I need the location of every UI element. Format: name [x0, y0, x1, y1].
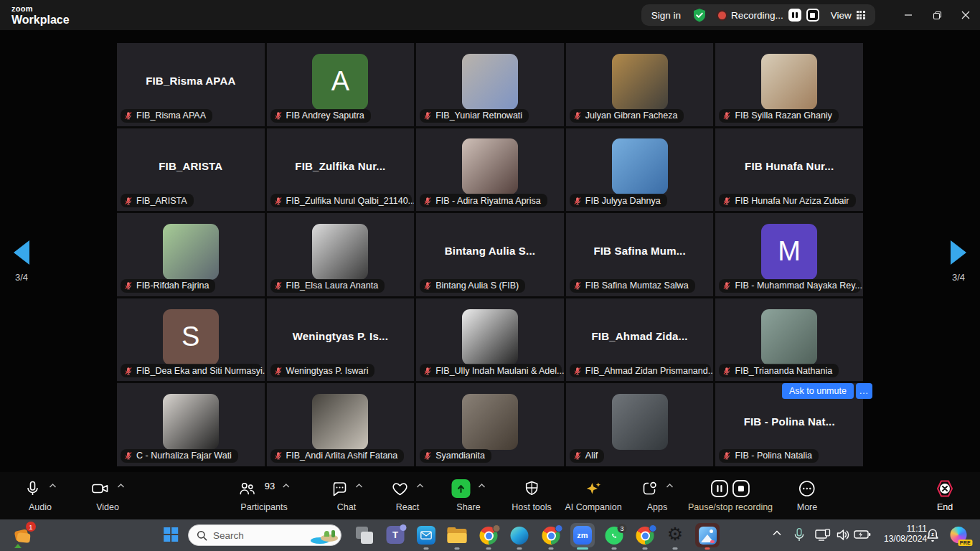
participant-tile[interactable]: FIB Hunafa Nur...FIB Hunafa Nur Aziza Zu…	[715, 128, 863, 212]
taskbar-whatsapp[interactable]: 3	[606, 527, 623, 545]
participant-tile[interactable]: FIB_Elsa Laura Ananta	[267, 213, 415, 296]
stop-recording-icon[interactable]	[806, 9, 819, 22]
participant-tile[interactable]: Syamdianita	[416, 383, 564, 466]
taskbar-chrome-2[interactable]	[542, 527, 560, 545]
stop-recording-toolbar-icon[interactable]	[732, 479, 750, 498]
start-button[interactable]	[164, 527, 178, 542]
tray-microphone[interactable]	[794, 527, 805, 542]
task-view-button[interactable]	[356, 527, 373, 544]
pause-recording-icon[interactable]	[788, 9, 801, 22]
taskbar-teams[interactable]: T	[387, 526, 405, 544]
end-meeting-button[interactable]: End	[935, 479, 955, 512]
taskbar-mail[interactable]	[417, 526, 435, 545]
audio-options-caret-icon[interactable]	[50, 484, 57, 488]
participant-tile[interactable]: Bintang Aulia S...Bintang Aulia S (FIB)	[416, 213, 564, 296]
participant-name: Bintang Aulia S (FIB)	[435, 281, 519, 291]
chat-button[interactable]: Chat	[331, 479, 363, 512]
participant-tile[interactable]: FIB_Ahmad Zida...FIB_Ahmad Zidan Prisman…	[566, 298, 714, 382]
participant-tile[interactable]: FIB Syilla Razan Ghaniy	[715, 43, 863, 126]
host-tools-button[interactable]: Host tools	[512, 479, 552, 512]
participant-tile[interactable]: MFIB - Muhammad Nayaka Rey...	[715, 213, 863, 296]
participant-name-tag: Weningtyas P. Iswari	[270, 364, 375, 377]
mic-off-icon	[274, 281, 283, 290]
participants-caret-icon[interactable]	[283, 484, 290, 488]
participant-tile[interactable]: FIB_Triananda Nathania	[715, 298, 863, 382]
security-shield-icon[interactable]	[692, 8, 707, 22]
apps-button[interactable]: Apps	[641, 479, 674, 512]
video-options-caret-icon[interactable]	[118, 484, 125, 488]
participant-tile[interactable]: FIB Julyya Dahnya	[566, 128, 714, 212]
taskbar-edge[interactable]	[511, 527, 529, 545]
taskbar-zoom-active[interactable]: zm	[570, 523, 595, 547]
running-indicator	[424, 547, 429, 550]
participant-display-name: FIB_Zulfika Nur...	[289, 160, 391, 172]
taskbar-chrome-3[interactable]	[636, 527, 654, 545]
sign-in-button[interactable]: Sign in	[651, 10, 681, 21]
participant-tile[interactable]: FIB Safina Mum...FIB Safina Mumtaz Salwa	[566, 213, 714, 296]
tray-copilot[interactable]: PRE	[951, 527, 967, 543]
react-button[interactable]: React	[392, 479, 424, 512]
participant-tile[interactable]: C - Nurhaliza Fajar Wati	[117, 383, 265, 466]
participant-tile[interactable]: Alif	[566, 383, 714, 466]
participant-tile[interactable]: FIB_Andi Arlita Ashif Fatana	[267, 383, 415, 466]
audio-button[interactable]: Audio	[24, 479, 57, 512]
tray-cast[interactable]	[815, 529, 831, 542]
video-button[interactable]: Video	[91, 479, 125, 512]
active-app-indicator	[577, 547, 588, 550]
close-button[interactable]	[951, 0, 980, 30]
participant-photo-avatar	[462, 309, 518, 365]
taskbar-chrome-1[interactable]	[480, 527, 498, 545]
participant-photo-avatar	[612, 54, 668, 110]
participant-name: FIB - Adira Riyatma Aprisa	[435, 196, 541, 206]
chat-caret-icon[interactable]	[356, 484, 363, 488]
participant-tile[interactable]: FIB_Ully Indah Maulani & Adel...	[416, 298, 564, 382]
whatsapp-icon: 3	[606, 527, 623, 545]
tray-volume[interactable]	[837, 529, 850, 541]
participant-tile[interactable]: FIB_Zulfika Nur...FIB_Zulfika Nurul Qalb…	[267, 128, 415, 212]
participant-tile[interactable]: FIB - Adira Riyatma Aprisa	[416, 128, 564, 212]
participant-tile[interactable]: FIB_Yuniar Retnowati	[416, 43, 564, 126]
minimize-button[interactable]	[894, 0, 923, 30]
view-button[interactable]: View	[831, 10, 865, 21]
ai-companion-button[interactable]: AI Companion	[565, 479, 621, 512]
participant-tile[interactable]: SFIB_Dea Eka and Siti Nurmasyi...	[117, 298, 265, 382]
tray-battery[interactable]	[854, 529, 871, 540]
tray-clock[interactable]: 11:11 13/08/2024	[884, 524, 927, 544]
tray-show-hidden-icons[interactable]	[773, 530, 782, 536]
taskbar-search[interactable]: Search	[188, 524, 341, 546]
restore-button[interactable]	[923, 0, 951, 30]
participant-display-name: Bintang Aulia S...	[439, 245, 541, 257]
participant-more-button[interactable]: ...	[856, 383, 872, 399]
participant-name: FIB Julyya Dahnya	[585, 196, 661, 206]
taskbar-photos-active[interactable]	[695, 523, 720, 547]
participant-tile[interactable]: FIB_ARISTAFIB_ARISTA	[117, 128, 265, 212]
tray-notifications[interactable]: z	[926, 528, 940, 542]
more-button[interactable]: More	[797, 479, 817, 512]
share-button[interactable]: Share	[452, 479, 486, 512]
react-caret-icon[interactable]	[417, 484, 424, 488]
zoom-zm-glyph: zm	[573, 526, 592, 545]
next-page-arrow-icon[interactable]	[951, 240, 966, 265]
participant-tile[interactable]: FIB_Risma APAAFIB_Risma APAA	[117, 43, 265, 126]
participant-tile[interactable]: Weningtyas P. Is...Weningtyas P. Iswari	[267, 298, 415, 382]
pause-stop-recording-button[interactable]: Pause/stop recording	[688, 479, 773, 512]
pause-recording-toolbar-icon[interactable]	[710, 479, 729, 498]
running-indicator	[612, 547, 617, 550]
search-highlight-art[interactable]	[309, 524, 341, 546]
taskbar-notification-app[interactable]: 1	[13, 524, 34, 546]
meeting-stage: FIB_Risma APAAFIB_Risma APAAAFIB Andrey …	[0, 30, 980, 472]
participant-name-tag: FIB - Muhammad Nayaka Rey...	[719, 279, 860, 293]
mic-off-icon	[124, 281, 133, 290]
participants-button[interactable]: 93 Participants	[238, 479, 290, 512]
ask-to-unmute-button[interactable]: Ask to unmute	[782, 383, 854, 399]
participant-tile[interactable]: Julyan Gibran Facheza	[566, 43, 714, 126]
participant-tile[interactable]: FIB-Rifdah Fajrina	[117, 213, 265, 296]
taskbar-file-explorer[interactable]	[448, 527, 467, 543]
apps-caret-icon[interactable]	[666, 484, 674, 488]
participant-tile[interactable]: AFIB Andrey Saputra	[267, 43, 415, 126]
task-view-icon	[356, 527, 373, 544]
taskbar-settings[interactable]: ⚙	[667, 525, 683, 543]
previous-page-arrow-icon[interactable]	[14, 240, 29, 265]
share-caret-icon[interactable]	[479, 484, 486, 488]
clock-time: 11:11	[884, 524, 927, 534]
